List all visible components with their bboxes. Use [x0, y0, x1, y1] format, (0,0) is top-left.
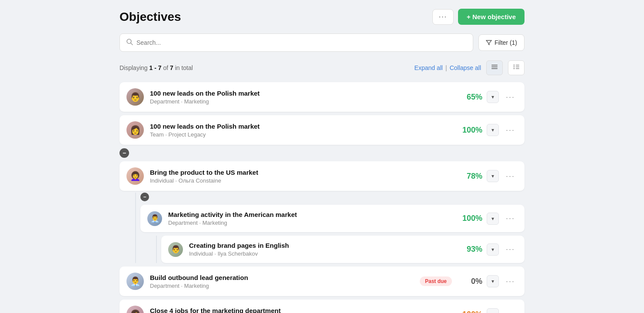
- page-title: Objectives: [120, 10, 181, 24]
- avatar: 👩: [126, 306, 144, 313]
- obj-title: Bring the product to the US market: [150, 169, 450, 176]
- objective-card: 👩 100 new leads on the Polish market Tea…: [120, 115, 524, 145]
- dropdown-button[interactable]: ▾: [487, 243, 499, 256]
- obj-subtitle: Department · Marketing: [150, 98, 450, 105]
- objective-card: 👨‍💼 Marketing activity in the American m…: [140, 205, 524, 232]
- percentage: 100%: [456, 126, 482, 135]
- svg-line-1: [131, 43, 133, 45]
- avatar: 👩‍🦱: [126, 167, 144, 185]
- new-objective-button[interactable]: + New objective: [458, 9, 524, 25]
- more-button[interactable]: ···: [503, 91, 518, 103]
- expand-all-link[interactable]: Expand all: [415, 64, 443, 71]
- obj-right: 100% ▾ ···: [456, 212, 518, 225]
- dropdown-button[interactable]: ▾: [487, 124, 499, 136]
- svg-rect-8: [516, 67, 519, 67]
- more-button[interactable]: ···: [503, 308, 518, 313]
- obj-right: 100% ▾ ···: [456, 124, 518, 137]
- filter-icon: [486, 40, 492, 46]
- percentage: 65%: [456, 93, 482, 102]
- obj-right: Past due 0% ▾ ···: [420, 275, 518, 288]
- obj-right: 65% ▾ ···: [456, 91, 518, 103]
- obj-subtitle: Team · Project Legacy: [150, 131, 450, 138]
- avatar: 👩: [126, 121, 144, 139]
- svg-rect-10: [516, 68, 519, 69]
- avatar: 👨: [168, 242, 183, 257]
- dropdown-button[interactable]: ▾: [487, 213, 499, 225]
- search-input[interactable]: [136, 39, 467, 46]
- view-list-button-2[interactable]: [508, 60, 524, 75]
- dropdown-button[interactable]: ▾: [487, 91, 499, 103]
- avatar: 👨: [126, 88, 144, 106]
- meta-right: Expand all | Collapse all: [415, 60, 524, 75]
- svg-rect-6: [516, 65, 519, 66]
- list-view-icon-2: [513, 63, 520, 70]
- percentage: 100%: [456, 214, 482, 223]
- avatar: 👨‍💼: [147, 211, 162, 226]
- svg-rect-7: [513, 67, 515, 67]
- obj-subtitle: Department · Marketing: [168, 220, 450, 226]
- objective-card: 👨‍💼 Build outbound lead generation Depar…: [120, 266, 524, 296]
- filter-label: Filter (1): [495, 39, 517, 46]
- obj-subtitle: Individual · Ilya Scherbakov: [189, 250, 450, 257]
- objective-card: 👨 Creating brand pages in English Indivi…: [161, 236, 524, 263]
- view-list-button-1[interactable]: [486, 60, 503, 75]
- obj-info: Bring the product to the US market Indiv…: [150, 169, 450, 184]
- displaying-text: Displaying 1 - 7 of 7 in total: [120, 64, 193, 71]
- obj-title: Marketing activity in the American marke…: [168, 211, 450, 218]
- dropdown-button[interactable]: ▾: [487, 308, 499, 313]
- obj-title: Build outbound lead generation: [150, 274, 414, 281]
- svg-rect-2: [491, 65, 498, 66]
- obj-title: 100 new leads on the Polish market: [150, 123, 450, 130]
- expand-collapse-controls: Expand all | Collapse all: [415, 64, 481, 71]
- dropdown-button[interactable]: ▾: [487, 275, 499, 287]
- percentage: 93%: [456, 245, 482, 254]
- objective-card: 👨 100 new leads on the Polish market Dep…: [120, 82, 524, 112]
- more-button[interactable]: ···: [503, 124, 518, 137]
- more-button[interactable]: ···: [503, 212, 518, 225]
- obj-info: 100 new leads on the Polish market Depar…: [150, 90, 450, 105]
- objective-card: 👩‍🦱 Bring the product to the US market I…: [120, 161, 524, 191]
- svg-rect-3: [491, 67, 498, 67]
- svg-rect-5: [513, 65, 515, 66]
- obj-right: 100% ▾ ···: [456, 308, 518, 313]
- obj-info: Close 4 jobs for the marketing departmen…: [150, 307, 450, 313]
- percentage: 0%: [456, 277, 482, 286]
- obj-info: Marketing activity in the American marke…: [168, 211, 450, 226]
- obj-title: Creating brand pages in English: [189, 242, 450, 249]
- separator: |: [445, 64, 447, 71]
- filter-button[interactable]: Filter (1): [478, 34, 524, 51]
- obj-info: 100 new leads on the Polish market Team …: [150, 123, 450, 138]
- obj-subtitle: Individual · Ольга Constaine: [150, 177, 450, 184]
- obj-title: 100 new leads on the Polish market: [150, 90, 450, 97]
- grandchildren-container: 👨 Creating brand pages in English Indivi…: [156, 236, 524, 263]
- objectives-list: 👨 100 new leads on the Polish market Dep…: [120, 82, 524, 313]
- svg-rect-4: [491, 68, 498, 69]
- sub-collapse-row: −: [140, 193, 524, 201]
- dropdown-button[interactable]: ▾: [487, 170, 499, 182]
- obj-right: 78% ▾ ···: [456, 170, 518, 183]
- children-container: − 👨‍💼 Marketing activity in the American…: [135, 193, 524, 263]
- objective-card: 👩 Close 4 jobs for the marketing departm…: [120, 300, 524, 313]
- header-actions: ··· + New objective: [432, 9, 524, 25]
- avatar: 👨‍💼: [126, 273, 144, 290]
- search-icon: [126, 38, 133, 47]
- more-button[interactable]: ···: [503, 275, 518, 288]
- past-due-badge: Past due: [420, 276, 452, 286]
- svg-rect-9: [513, 68, 515, 69]
- percentage: 100%: [456, 310, 482, 313]
- collapse-all-link[interactable]: Collapse all: [450, 64, 481, 71]
- search-box: [120, 33, 473, 52]
- collapse-button[interactable]: −: [120, 148, 129, 158]
- meta-row: Displaying 1 - 7 of 7 in total Expand al…: [120, 60, 524, 75]
- more-button[interactable]: ···: [503, 243, 518, 256]
- obj-info: Creating brand pages in English Individu…: [189, 242, 450, 257]
- percentage: 78%: [456, 172, 482, 181]
- parent-objective-group: − 👩‍🦱 Bring the product to the US market…: [120, 148, 524, 263]
- obj-right: 93% ▾ ···: [456, 243, 518, 256]
- more-options-button[interactable]: ···: [432, 9, 454, 25]
- more-button[interactable]: ···: [503, 170, 518, 183]
- obj-subtitle: Department · Marketing: [150, 283, 414, 289]
- search-filter-row: Filter (1): [120, 33, 524, 52]
- sub-collapse-button[interactable]: −: [140, 193, 149, 201]
- obj-title: Close 4 jobs for the marketing departmen…: [150, 307, 450, 313]
